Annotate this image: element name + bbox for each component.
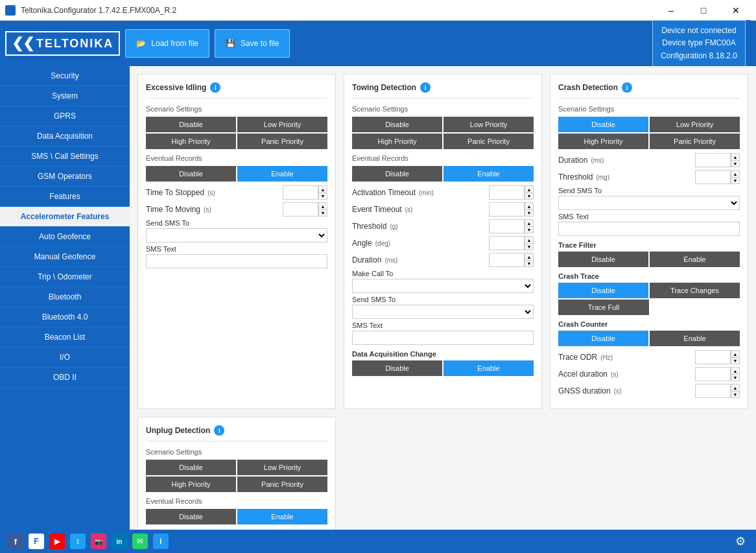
cd-accel-dn[interactable]: ▼ — [731, 374, 740, 381]
sidebar-item-trip-odometer[interactable]: Trip \ Odometer — [0, 267, 130, 287]
cd-ct-disable-btn[interactable]: Disable — [558, 283, 648, 298]
ei-panic-btn[interactable]: Panic Priority — [237, 134, 327, 149]
td-ev-enable-btn[interactable]: Enable — [443, 166, 534, 182]
facebook-icon[interactable]: f — [8, 534, 23, 549]
ei-time-moving-up[interactable]: ▲ — [318, 202, 327, 209]
td-duration-input[interactable]: 1600 — [489, 253, 525, 267]
ei-send-sms-select[interactable] — [146, 228, 327, 242]
sidebar-item-gsm-operators[interactable]: GSM Operators — [0, 167, 130, 187]
cd-cc-enable-btn[interactable]: Enable — [650, 331, 740, 346]
cd-tf-enable-btn[interactable]: Enable — [650, 252, 740, 267]
sidebar-item-beacon-list[interactable]: Beacon List — [0, 327, 130, 347]
ud-disable-btn[interactable]: Disable — [146, 460, 236, 475]
td-disable-btn[interactable]: Disable — [352, 117, 442, 132]
twitter-icon[interactable]: t — [70, 534, 86, 549]
cd-trace-odr-input[interactable]: 100 — [695, 350, 731, 364]
cd-trace-changes-btn[interactable]: Trace Changes — [650, 283, 740, 298]
td-dac-enable-btn[interactable]: Enable — [443, 360, 534, 376]
sidebar-item-bluetooth-4.0[interactable]: Bluetooth 4.0 — [0, 307, 130, 327]
ei-high-btn[interactable]: High Priority — [146, 134, 236, 149]
cd-trace-odr-up[interactable]: ▲ — [731, 350, 740, 357]
cd-tf-disable-btn[interactable]: Disable — [558, 252, 648, 267]
ud-ev-disable-btn[interactable]: Disable — [146, 509, 236, 524]
ud-high-btn[interactable]: High Priority — [146, 477, 236, 492]
settings-gear-icon[interactable]: ⚙ — [733, 534, 748, 549]
td-threshold-dn[interactable]: ▼ — [525, 226, 534, 233]
cd-gnss-up[interactable]: ▲ — [731, 384, 740, 391]
towing-info-icon[interactable]: i — [420, 82, 431, 93]
ei-time-stopped-input[interactable]: 300 — [283, 185, 318, 200]
cd-accel-up[interactable]: ▲ — [731, 367, 740, 374]
sidebar-item-auto-geofence[interactable]: Auto Geofence — [0, 227, 130, 247]
td-activation-input[interactable]: 5 — [489, 185, 525, 200]
crash-info-icon[interactable]: i — [622, 82, 632, 93]
td-activation-up[interactable]: ▲ — [525, 185, 534, 193]
cd-threshold-input[interactable]: 2500 — [695, 170, 731, 184]
ei-sms-text-input[interactable]: Idling Event — [146, 254, 327, 268]
ud-low-btn[interactable]: Low Priority — [237, 460, 327, 475]
td-duration-dn[interactable]: ▼ — [525, 260, 534, 267]
sidebar-item-gprs[interactable]: GPRS — [0, 106, 130, 126]
sidebar-item-sms-call-settings[interactable]: SMS \ Call Settings — [0, 147, 130, 167]
cd-threshold-dn[interactable]: ▼ — [731, 177, 740, 184]
minimize-button[interactable]: – — [656, 0, 686, 21]
ei-disable-btn[interactable]: Disable — [146, 117, 236, 132]
ei-time-stopped-up[interactable]: ▲ — [318, 185, 327, 193]
cd-gnss-dn[interactable]: ▼ — [731, 391, 740, 398]
td-event-timeout-input[interactable]: 10 — [489, 202, 525, 217]
td-angle-up[interactable]: ▲ — [525, 236, 534, 243]
td-angle-input[interactable]: 5 — [489, 236, 525, 250]
cd-trace-full-btn[interactable]: Trace Full — [558, 300, 649, 315]
cd-panic-btn[interactable]: Panic Priority — [650, 134, 740, 149]
ud-ev-enable-btn[interactable]: Enable — [237, 509, 327, 524]
cd-threshold-up[interactable]: ▲ — [731, 170, 740, 177]
cd-duration-dn[interactable]: ▼ — [731, 160, 740, 167]
td-event-dn[interactable]: ▼ — [525, 209, 534, 217]
close-button[interactable]: ✕ — [721, 0, 751, 21]
sidebar-item-security[interactable]: Security — [0, 66, 130, 86]
td-threshold-up[interactable]: ▲ — [525, 219, 534, 226]
sidebar-item-system[interactable]: System — [0, 86, 130, 106]
excessive-idling-info-icon[interactable]: i — [210, 82, 220, 93]
ei-time-moving-dn[interactable]: ▼ — [318, 209, 327, 217]
cd-high-btn[interactable]: High Priority — [558, 134, 648, 149]
ei-ev-disable-btn[interactable]: Disable — [146, 166, 236, 182]
td-dac-disable-btn[interactable]: Disable — [352, 360, 442, 376]
ei-low-btn[interactable]: Low Priority — [237, 117, 327, 132]
info-icon[interactable]: i — [153, 534, 169, 549]
ud-panic-btn[interactable]: Panic Priority — [237, 477, 327, 492]
td-angle-dn[interactable]: ▼ — [525, 243, 534, 250]
cd-trace-odr-dn[interactable]: ▼ — [731, 357, 740, 364]
td-activation-dn[interactable]: ▼ — [525, 193, 534, 200]
save-to-file-button[interactable]: 💾 Save to file — [215, 29, 290, 58]
td-threshold-input[interactable]: 0.4 — [489, 219, 525, 233]
load-from-file-button[interactable]: 📂 Load from file — [125, 29, 209, 58]
td-make-call-select[interactable] — [352, 279, 534, 293]
sidebar-item-features[interactable]: Features — [0, 187, 130, 207]
unplug-info-icon[interactable]: i — [214, 425, 224, 436]
td-send-sms-select[interactable] — [352, 305, 534, 319]
td-event-up[interactable]: ▲ — [525, 202, 534, 209]
cd-disable-btn[interactable]: Disable — [558, 117, 648, 132]
cd-gnss-duration-input[interactable]: 10 — [695, 384, 731, 398]
linkedin-icon[interactable]: in — [112, 534, 127, 549]
sidebar-item-obd-ii[interactable]: OBD II — [0, 368, 130, 388]
instagram-icon[interactable]: 📷 — [91, 534, 106, 549]
youtube-icon[interactable]: ▶ — [49, 534, 65, 549]
sidebar-item-data-acquisition[interactable]: Data Acquisition — [0, 126, 130, 147]
cd-duration-up[interactable]: ▲ — [731, 153, 740, 160]
cd-send-sms-select[interactable] — [558, 196, 740, 210]
facebook2-icon[interactable]: F — [29, 534, 44, 549]
sidebar-item-i-o[interactable]: I/O — [0, 347, 130, 368]
td-panic-btn[interactable]: Panic Priority — [443, 134, 534, 149]
td-high-btn[interactable]: High Priority — [352, 134, 442, 149]
ei-ev-enable-btn[interactable]: Enable — [237, 166, 327, 182]
chat-icon[interactable]: ✉ — [132, 534, 148, 549]
cd-sms-text-input[interactable]: Crash — [558, 222, 740, 236]
cd-duration-input[interactable]: 20 — [695, 153, 731, 167]
sidebar-item-accelerometer-features[interactable]: Accelerometer Features — [0, 207, 130, 227]
sidebar-item-manual-geofence[interactable]: Manual Geofence — [0, 247, 130, 267]
cd-low-btn[interactable]: Low Priority — [650, 117, 740, 132]
cd-accel-duration-input[interactable]: 5 — [695, 367, 731, 381]
td-duration-up[interactable]: ▲ — [525, 253, 534, 260]
